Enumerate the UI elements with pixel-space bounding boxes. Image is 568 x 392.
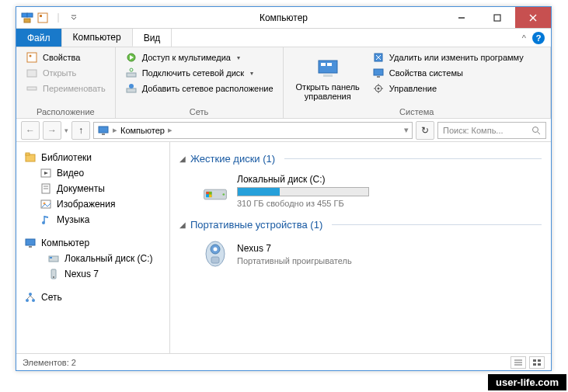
svg-point-67	[222, 193, 225, 196]
svg-rect-71	[211, 257, 219, 263]
svg-point-55	[53, 276, 54, 278]
tab-computer[interactable]: Компьютер	[62, 29, 133, 47]
search-input[interactable]: Поиск: Компь...	[437, 122, 546, 139]
status-item-count: Элементов: 2	[23, 358, 76, 367]
svg-rect-29	[377, 76, 380, 78]
svg-rect-76	[538, 359, 541, 362]
tree-computer[interactable]: Компьютер	[21, 235, 165, 251]
svg-rect-19	[127, 88, 136, 92]
svg-rect-78	[538, 363, 541, 366]
collapse-ribbon-icon[interactable]: ^	[522, 33, 526, 43]
properties-icon[interactable]	[37, 12, 49, 24]
close-button[interactable]	[515, 7, 551, 28]
svg-rect-36	[99, 127, 108, 133]
forward-button[interactable]: →	[43, 121, 61, 140]
view-large-icons-button[interactable]	[529, 356, 545, 369]
tab-view[interactable]: Вид	[133, 29, 172, 47]
ribbon-group-network-label: Сеть	[124, 106, 275, 116]
svg-point-49	[42, 221, 45, 224]
content-pane: ◢ Жесткие диски (1) Локальный диск (C:) …	[170, 142, 551, 353]
computer-icon	[97, 124, 110, 137]
ribbon: Свойства Открыть Переименовать Расположе…	[16, 47, 551, 119]
svg-rect-51	[29, 246, 32, 248]
svg-rect-1	[27, 13, 33, 17]
svg-point-70	[214, 248, 218, 252]
dropdown-icon: ▾	[250, 70, 253, 77]
tree-videos[interactable]: Видео	[21, 165, 165, 181]
tab-file[interactable]: Файл	[16, 29, 62, 47]
svg-rect-63	[206, 192, 209, 195]
system-properties-button[interactable]: Свойства системы	[371, 66, 542, 80]
svg-rect-53	[50, 257, 52, 258]
help-icon[interactable]: ?	[532, 32, 545, 44]
device-name: Nexus 7	[237, 243, 352, 254]
drive-capacity-bar	[237, 187, 369, 196]
back-button[interactable]: ←	[21, 121, 40, 140]
add-location-button[interactable]: Добавить сетевое расположение	[124, 82, 275, 95]
collapse-icon: ◢	[179, 220, 186, 229]
watermark: user-life.com	[488, 374, 566, 390]
manage-button[interactable]: Управление	[371, 82, 542, 95]
separator-icon	[52, 12, 64, 24]
ribbon-group-network: Доступ к мультимедиа ▾ Подключить сетево…	[116, 47, 284, 118]
svg-rect-17	[127, 73, 136, 77]
svg-rect-28	[374, 69, 383, 75]
manage-label: Управление	[389, 84, 437, 93]
group-hdd-header[interactable]: ◢ Жесткие диски (1)	[179, 153, 542, 165]
svg-rect-77	[533, 363, 536, 366]
svg-line-59	[27, 296, 30, 299]
svg-rect-75	[533, 359, 536, 362]
tree-nexus7[interactable]: Nexus 7	[21, 266, 165, 282]
open-button[interactable]: Открыть	[24, 66, 107, 80]
quick-access-toolbar	[16, 12, 85, 24]
tree-libraries[interactable]: Библиотеки	[21, 150, 165, 165]
tree-music-label: Музыка	[57, 214, 89, 225]
minimize-button[interactable]	[444, 7, 479, 28]
svg-rect-14	[27, 87, 37, 90]
open-label: Открыть	[43, 68, 76, 78]
map-drive-label: Подключить сетевой диск	[142, 68, 244, 78]
refresh-button[interactable]: ↻	[416, 121, 434, 140]
chevron-right-icon[interactable]: ▸	[168, 125, 172, 135]
tree-pictures[interactable]: Изображения	[21, 196, 165, 212]
svg-rect-22	[321, 63, 326, 66]
uninstall-label: Удалить или изменить программу	[389, 53, 524, 62]
ribbon-group-location: Свойства Открыть Переименовать Расположе…	[16, 47, 116, 118]
media-access-button[interactable]: Доступ к мультимедиа ▾	[124, 50, 275, 64]
drive-item[interactable]: Локальный диск (C:) 310 ГБ свободно из 4…	[179, 171, 542, 214]
view-details-button[interactable]	[511, 356, 526, 369]
svg-rect-64	[209, 192, 212, 195]
tree-localdisk[interactable]: Локальный диск (C:)	[21, 251, 165, 266]
address-dropdown-icon[interactable]: ▾	[404, 125, 409, 135]
chevron-right-icon[interactable]: ▸	[113, 125, 117, 135]
properties-label: Свойства	[43, 53, 80, 62]
group-hdd-title: Жесткие диски (1)	[190, 153, 275, 165]
system-properties-label: Свойства системы	[389, 68, 463, 78]
address-segment[interactable]: Компьютер	[120, 126, 165, 135]
explorer-window: Компьютер Файл Компьютер Вид ^ ?	[16, 6, 552, 371]
rename-button[interactable]: Переименовать	[24, 82, 107, 95]
svg-rect-23	[327, 63, 332, 66]
svg-point-20	[129, 84, 134, 88]
qat-dropdown-icon[interactable]	[68, 12, 80, 24]
device-sub: Портативный проигрыватель	[237, 256, 352, 265]
maximize-button[interactable]	[479, 7, 515, 28]
device-item[interactable]: Nexus 7 Портативный проигрыватель	[179, 237, 542, 274]
group-portable-header[interactable]: ◢ Портативные устройства (1)	[179, 219, 542, 231]
tree-network[interactable]: Сеть	[21, 290, 165, 305]
map-drive-button[interactable]: Подключить сетевой диск ▾	[124, 66, 275, 80]
window-controls	[444, 7, 551, 28]
svg-point-38	[533, 127, 538, 132]
svg-line-60	[30, 296, 33, 299]
control-panel-button[interactable]: Открыть панельуправления	[291, 50, 364, 106]
properties-button[interactable]: Свойства	[24, 50, 107, 64]
uninstall-button[interactable]: Удалить или изменить программу	[371, 50, 542, 64]
search-icon	[531, 126, 541, 135]
up-button[interactable]: ↑	[71, 121, 90, 140]
tree-music[interactable]: Музыка	[21, 212, 165, 227]
nav-bar: ← → ▾ ↑ ▸ Компьютер ▸ ▾ ↻ Поиск: Компь..…	[16, 119, 551, 142]
svg-rect-65	[206, 195, 209, 198]
tree-documents[interactable]: Документы	[21, 181, 165, 196]
address-bar[interactable]: ▸ Компьютер ▸ ▾	[93, 122, 413, 139]
history-dropdown-icon[interactable]: ▾	[64, 127, 68, 134]
